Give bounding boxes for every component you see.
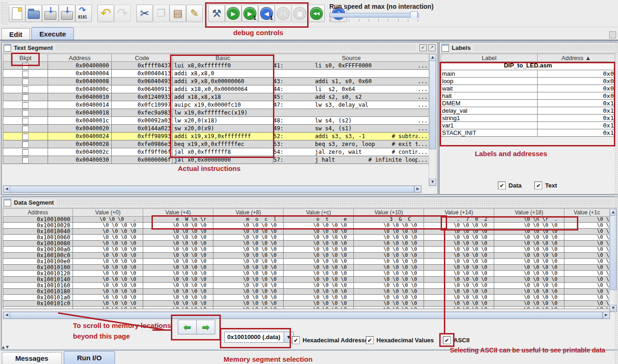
value-cell[interactable]: \0 \0 \0 \0 xyxy=(213,265,284,271)
stop-button[interactable]: ■ xyxy=(291,5,308,22)
column-header[interactable]: Value (+4) xyxy=(143,208,213,217)
value-cell[interactable]: \0 \0 \0 \0 xyxy=(424,223,494,229)
value-cell[interactable]: \0 \0 \0 \0 xyxy=(73,235,143,241)
value-cell[interactable]: \0 \0 \0 \0 xyxy=(494,259,564,265)
column-header[interactable]: Value (+0) xyxy=(73,208,143,217)
value-cell[interactable]: \0 \0 \0 \0 xyxy=(143,253,213,259)
value-cell[interactable]: \0 \0 \0 \0 xyxy=(494,223,564,229)
save-as-button[interactable]: ↓ xyxy=(59,5,75,22)
value-cell[interactable]: \0 \0 \0 \0 xyxy=(284,229,354,235)
value-cell[interactable]: \0 \0 \0 \0 xyxy=(424,283,494,289)
toolbar-grip[interactable] xyxy=(1,2,8,24)
breakpoint-checkbox[interactable] xyxy=(22,79,29,85)
value-cell[interactable]: \0 \0 \0 \0 xyxy=(73,283,143,289)
label-cell[interactable]: wait xyxy=(441,85,538,92)
value-cell[interactable]: \0 \0 \0 \0 xyxy=(143,283,213,289)
value-cell[interactable]: \0 \0 \0 \0 xyxy=(143,265,213,271)
run-button[interactable]: ▶ xyxy=(225,5,242,22)
value-cell[interactable]: \0 \0 \0 \0 xyxy=(354,295,424,301)
value-cell[interactable]: \0 \0 \0 \0 xyxy=(73,241,143,247)
value-cell[interactable]: \0 \0 \0 \0 xyxy=(213,277,284,283)
value-cell[interactable]: \0 \0 \0 \0 xyxy=(284,277,354,283)
paste-button[interactable]: ▤ xyxy=(170,5,186,22)
value-cell[interactable]: \0 \ xyxy=(564,235,610,241)
value-cell[interactable]: \0 \0 \0 \0 xyxy=(354,289,424,295)
value-cell[interactable]: \0 \0 \0 \0 xyxy=(494,235,564,241)
value-cell[interactable]: \0 \0 \0 \0 xyxy=(213,259,284,265)
value-cell[interactable]: \0 \ xyxy=(564,295,610,301)
display-option-hexadecimal-values-checkbox[interactable]: ✔ xyxy=(366,336,374,344)
value-cell[interactable]: \0 \0 \0 \0 xyxy=(73,229,143,235)
value-cell[interactable]: \0 \0 \0 \0 xyxy=(354,283,424,289)
minimize-icon[interactable]: ↙ xyxy=(419,44,427,51)
value-cell[interactable]: \0 \0 \0 \0 xyxy=(143,241,213,247)
value-cell[interactable]: \0 \0 \0 \0 xyxy=(213,289,284,295)
value-cell[interactable]: \0 \0 \0 \0 xyxy=(73,277,143,283)
value-cell[interactable]: \0 \0 \0 \0 xyxy=(494,289,564,295)
step-button[interactable]: ▶1 xyxy=(242,5,258,22)
value-cell[interactable]: \0 \0 \0 \0 xyxy=(73,295,143,301)
breakpoint-checkbox[interactable] xyxy=(22,118,29,124)
new-file-button[interactable] xyxy=(9,5,25,22)
label-cell[interactable]: loop xyxy=(441,78,538,85)
value-cell[interactable]: \0 \0 \0 \0 xyxy=(354,259,424,265)
breakpoint-checkbox[interactable] xyxy=(22,94,29,101)
scroll-right-icon[interactable]: ▶ xyxy=(414,186,421,193)
column-header[interactable]: Value (+c) xyxy=(284,208,354,217)
column-header[interactable]: Basic xyxy=(173,54,273,62)
data-segment-hscrollbar[interactable]: ◀ ▶ xyxy=(3,311,610,319)
value-cell[interactable]: . 7 0 2 xyxy=(424,217,494,223)
next-memory-page-button[interactable]: ➡ xyxy=(196,320,215,334)
value-cell[interactable]: \0 \0 \0 \0 xyxy=(494,295,564,301)
value-cell[interactable]: \0 \ xyxy=(564,265,610,271)
column-header[interactable]: Label xyxy=(441,54,538,62)
run-speed-slider[interactable] xyxy=(329,13,419,18)
value-cell[interactable]: \0 \0 \0 \0 xyxy=(424,301,494,307)
value-cell[interactable]: m o c l xyxy=(213,217,284,223)
value-cell[interactable]: \0 \0 \0 \0 xyxy=(213,301,284,307)
value-cell[interactable]: \0 \0 \0 \0 xyxy=(494,271,564,277)
value-cell[interactable]: \0 \ xyxy=(564,301,610,307)
value-cell[interactable]: \0 \0 \0 \0 xyxy=(213,271,284,277)
value-cell[interactable]: \0 \0 \0 \0 xyxy=(143,277,213,283)
value-cell[interactable]: \0 \0 \0 \0 xyxy=(494,277,564,283)
value-cell[interactable]: \0 \0 \0 \0 xyxy=(494,301,564,307)
column-header[interactable]: Value (+18) xyxy=(494,208,564,217)
value-cell[interactable]: \0 \0 \0 \0 xyxy=(213,241,284,247)
value-cell[interactable]: \0 \0 \0 \0 xyxy=(424,241,494,247)
label-cell[interactable]: halt xyxy=(441,92,538,100)
value-cell[interactable]: \0 \0 \0 \0 xyxy=(494,283,564,289)
tab-messages[interactable]: Messages xyxy=(2,352,62,364)
scroll-down-icon[interactable]: ▼ xyxy=(429,179,436,186)
value-cell[interactable]: \0 \0 \0 \0 xyxy=(354,277,424,283)
value-cell[interactable]: \0 \ xyxy=(564,223,610,229)
column-header[interactable]: Address xyxy=(3,208,73,217)
value-cell[interactable]: \0 \0 \0 \0 xyxy=(424,289,494,295)
display-option-ascii-checkbox[interactable]: ✔ xyxy=(443,336,451,344)
value-cell[interactable]: \0 \0 \0 \0 xyxy=(73,253,143,259)
value-cell[interactable]: \0 \0 \0 \0 xyxy=(143,259,213,265)
value-cell[interactable]: \0 \0 \0 \0 xyxy=(213,235,284,241)
value-cell[interactable]: \0 \ xyxy=(564,253,610,259)
value-cell[interactable]: \0 \0 \0 \0 xyxy=(424,271,494,277)
column-header[interactable]: Source xyxy=(273,54,430,62)
value-cell[interactable]: \0 \0 \0 \0 xyxy=(494,247,564,253)
value-cell[interactable]: \0 \0 \0 \0 xyxy=(213,253,284,259)
value-cell[interactable]: \0 \0 \0 \0 xyxy=(494,253,564,259)
run-speed-slider-thumb[interactable] xyxy=(410,12,418,19)
value-cell[interactable]: \0 \0 \0 \0 xyxy=(284,289,354,295)
value-cell[interactable]: \0 \0 \0 \0 xyxy=(424,277,494,283)
value-cell[interactable]: \0 \ xyxy=(564,247,610,253)
redo-button[interactable]: ↷ xyxy=(114,5,131,22)
tab-execute[interactable]: Execute xyxy=(31,27,74,40)
value-cell[interactable]: \0 \0 \0 . xyxy=(73,217,143,223)
value-cell[interactable]: \0 \0 \0 \0 xyxy=(354,265,424,271)
value-cell[interactable]: \0 \0 \0 \0 xyxy=(143,247,213,253)
scroll-right-icon[interactable]: ▶ xyxy=(603,312,610,319)
cut-button[interactable]: ✂ xyxy=(136,5,153,22)
column-header[interactable]: Value (+8) xyxy=(213,208,284,217)
value-cell[interactable]: \0 \0 \0 \0 xyxy=(73,223,143,229)
value-cell[interactable]: \0 \ xyxy=(564,217,610,223)
label-cell[interactable]: string1 xyxy=(441,115,538,122)
maximize-icon[interactable]: ↗ xyxy=(428,44,436,51)
